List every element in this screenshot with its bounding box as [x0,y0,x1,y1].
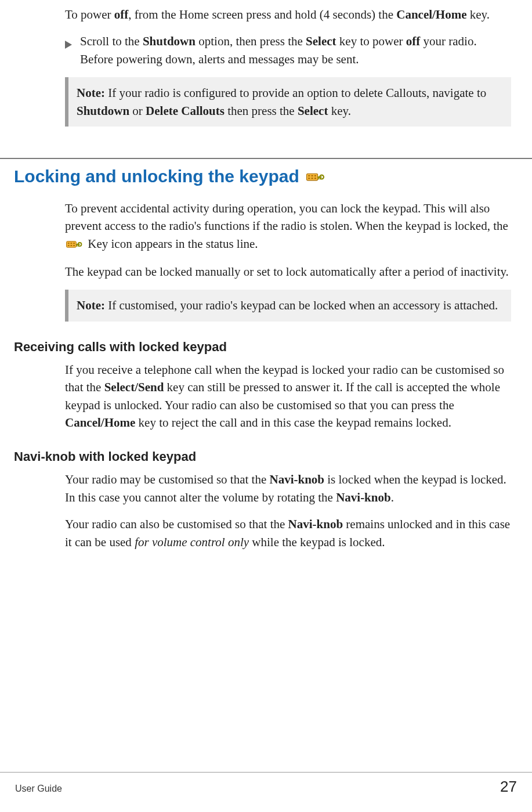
text: To prevent accidental activity during op… [65,201,508,233]
italic-text: for volume control only [135,535,249,549]
text: Your radio may be customised so that the [65,472,270,486]
text: key to power [336,34,406,48]
section-paragraph: The keypad can be locked manually or set… [65,263,511,280]
bold-off: off [114,8,129,21]
bold-navi-knob: Navi-knob [270,472,325,486]
section-intro-paragraph: To prevent accidental activity during op… [65,200,511,254]
bold-select: Select [306,34,336,48]
page-number: 27 [500,776,517,798]
subheading-receiving-calls: Receiving calls with locked keypad [14,338,511,356]
bold-cancel-home: Cancel/Home [65,416,135,430]
text: If customised, your radio's keypad can b… [105,298,498,312]
section-heading: Locking and unlocking the keypad [0,164,518,189]
triangle-bullet-icon [65,36,80,53]
text: To power [65,8,114,21]
bold-shutdown: Shutdown [77,104,129,118]
bold-navi-knob: Navi-knob [288,517,343,531]
text: option, then press the [196,34,306,48]
note-label: Note: [77,86,105,100]
footer-title: User Guide [15,782,62,795]
bullet-item: Scroll to the Shutdown option, then pres… [65,33,511,68]
bold-shutdown: Shutdown [143,34,196,48]
text: . [391,490,394,504]
power-off-paragraph: To power off, from the Home screen press… [65,6,511,23]
text: , from the Home screen press and hold (4… [128,8,396,21]
text: or [129,104,146,118]
subheading-navi-knob: Navi-knob with locked keypad [14,447,511,466]
navi-knob-paragraph-1: Your radio may be customised so that the… [65,471,511,506]
text: Scroll to the [80,34,143,48]
bold-select: Select [298,104,328,118]
bold-select-send: Select/Send [104,380,164,394]
page-footer: User Guide 27 [0,772,532,798]
text: Your radio can also be customised so tha… [65,517,288,531]
section-divider [0,158,532,159]
text: key. [467,8,490,21]
keypad-lock-icon [306,164,326,189]
bullet-text: Scroll to the Shutdown option, then pres… [80,33,511,68]
text: while the keypad is locked. [249,535,385,549]
bold-off: off [406,34,421,48]
bold-cancel-home: Cancel/Home [396,8,466,21]
bold-delete-callouts: Delete Callouts [146,104,225,118]
text: then press the [225,104,298,118]
keypad-lock-icon [66,236,84,254]
bold-navi-knob: Navi-knob [336,490,391,504]
svg-marker-11 [65,41,72,49]
section-heading-text: Locking and unlocking the keypad [14,164,299,189]
text: key. [328,104,350,118]
receiving-calls-paragraph: If you receive a telephone call when the… [65,361,511,432]
note-label: Note: [77,298,105,312]
text: Key icon appears in the status line. [85,237,258,251]
text: key to reject the call and in this case … [135,416,451,430]
text: If your radio is configured to provide a… [105,86,486,100]
note-accessory: Note: If customised, your radio's keypad… [65,290,511,321]
navi-knob-paragraph-2: Your radio can also be customised so tha… [65,515,511,551]
note-callouts: Note: If your radio is configured to pro… [65,77,511,127]
